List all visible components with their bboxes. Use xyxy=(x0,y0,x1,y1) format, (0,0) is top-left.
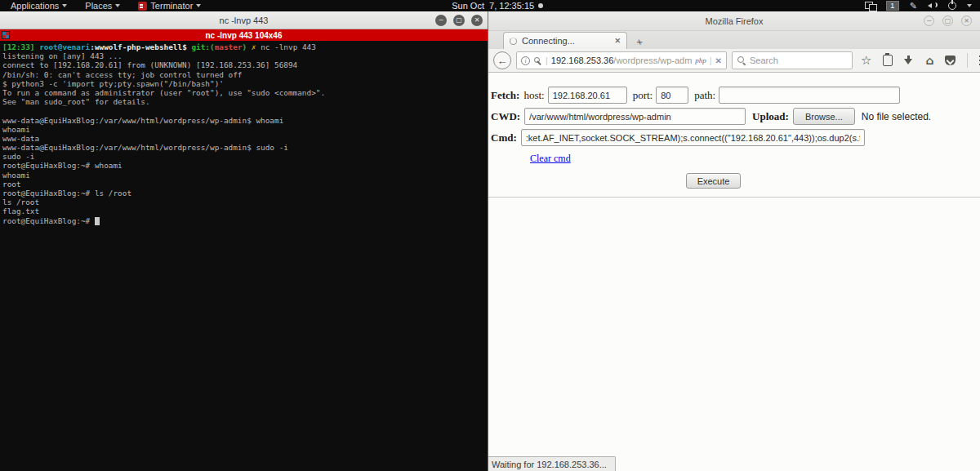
terminal-line: See "man sudo_root" for details. xyxy=(2,97,485,106)
terminal-output[interactable]: [12:33] root@venari:wwwolf-php-webshell$… xyxy=(0,41,488,227)
divider: | xyxy=(710,56,712,65)
caret-down-icon xyxy=(115,4,120,7)
minimize-button[interactable]: − xyxy=(435,15,447,26)
port-label: port: xyxy=(633,89,653,102)
terminal-line: www-data xyxy=(2,134,485,143)
tab-close-icon[interactable]: ✕ xyxy=(614,37,621,45)
terminal-line: connect to [192.168.20.61] from (UNKNOWN… xyxy=(2,60,485,69)
panel-menus: Applications Places Terminator xyxy=(0,0,208,11)
home-icon[interactable]: ⌂ xyxy=(925,55,933,66)
fetch-host-input[interactable] xyxy=(548,87,627,104)
url-text[interactable]: 192.168.253.36/wordpress/wp-admin/webshe… xyxy=(551,56,692,65)
webshell-form: Fetch: host: port: path: CWD: Upload: Br… xyxy=(488,73,980,198)
applications-menu-label: Applications xyxy=(11,1,59,11)
applications-menu[interactable]: Applications xyxy=(3,0,74,11)
terminal-line: www-data@EquiHaxBlog:/var/www/html/wordp… xyxy=(2,116,485,125)
cmd-input[interactable] xyxy=(521,129,865,146)
key-icon[interactable] xyxy=(533,56,542,65)
terminator-menu[interactable]: Terminator xyxy=(131,0,208,11)
terminal-window-controls: − ▢ ✕ xyxy=(435,15,488,26)
terminal-line: www-data@EquiHaxBlog:/var/www/html/wordp… xyxy=(2,143,485,152)
site-info-icon[interactable]: i xyxy=(521,56,530,65)
places-menu[interactable]: Places xyxy=(78,0,127,11)
divider xyxy=(967,53,968,68)
host-label: host: xyxy=(523,89,544,102)
url-bar[interactable]: i | 192.168.253.36/wordpress/wp-admin/we… xyxy=(516,51,727,69)
volume-icon[interactable] xyxy=(928,2,938,10)
caret-down-icon[interactable] xyxy=(967,4,972,7)
new-tab-button[interactable]: + xyxy=(626,34,653,49)
no-file-text: No file selected. xyxy=(862,111,931,122)
tab-title: Connecting... xyxy=(522,36,575,46)
fetch-row: Fetch: host: port: path: xyxy=(491,87,977,104)
terminal-line: [12:33] root@venari:wwwolf-php-webshell$… xyxy=(2,42,485,51)
close-button[interactable]: ✕ xyxy=(471,15,483,26)
search-bar[interactable]: Search xyxy=(732,51,853,69)
pen-icon[interactable]: ✎ xyxy=(910,1,917,11)
terminal-line: To run a command as administrator (user … xyxy=(2,88,485,97)
url-path: /wordpress/wp-admin/webshell.php xyxy=(613,56,692,65)
execute-button[interactable]: Execute xyxy=(686,173,742,189)
maximize-button[interactable]: ▢ xyxy=(453,15,465,26)
firefox-titlebar[interactable]: Mozilla Firefox − ▢ ✕ xyxy=(488,11,980,31)
maximize-button[interactable]: ▢ xyxy=(942,16,953,26)
terminal-line: whoami xyxy=(2,125,485,134)
stop-loading-icon[interactable]: ✕ xyxy=(715,56,722,65)
caret-down-icon xyxy=(62,4,67,7)
close-button[interactable]: ✕ xyxy=(961,16,972,26)
bookmark-star-icon[interactable]: ☆ xyxy=(861,53,871,68)
firefox-window-title: Mozilla Firefox xyxy=(488,16,980,26)
loading-spinner-icon xyxy=(510,38,517,45)
minimize-button[interactable]: − xyxy=(924,16,934,26)
cmd-row: Cmd: xyxy=(491,129,977,146)
bookmarks-clipboard-icon[interactable] xyxy=(883,55,893,66)
caret-down-icon xyxy=(196,4,201,7)
firefox-window: Mozilla Firefox − ▢ ✕ Connecting... ✕ + … xyxy=(488,11,980,471)
cwd-input[interactable] xyxy=(524,108,746,125)
back-button[interactable]: ← xyxy=(493,51,511,69)
workspace-indicator[interactable]: 1 xyxy=(886,1,899,11)
terminal-cursor xyxy=(95,217,100,225)
terminal-line: ls /root xyxy=(2,198,485,207)
cmd-label: Cmd: xyxy=(491,131,517,144)
fetch-path-input[interactable] xyxy=(719,87,900,104)
places-menu-label: Places xyxy=(85,1,112,11)
php-autocomplete-badge: php xyxy=(695,56,706,64)
path-label: path: xyxy=(694,89,715,102)
power-icon[interactable] xyxy=(948,2,956,10)
upload-label: Upload: xyxy=(752,110,789,123)
terminal-line: $ python3 -c 'import pty;pty.spawn("/bin… xyxy=(2,79,485,88)
terminal-titlebar[interactable]: nc -lnvp 443 − ▢ ✕ xyxy=(0,11,488,29)
webshell-page: Fetch: host: port: path: CWD: Upload: Br… xyxy=(488,73,980,471)
navbar-icons: ☆ ⌂ xyxy=(858,53,980,68)
downloads-icon[interactable] xyxy=(904,56,914,65)
search-placeholder: Search xyxy=(750,56,778,65)
screens-icon[interactable] xyxy=(865,2,875,10)
pocket-icon[interactable] xyxy=(945,56,956,65)
execute-row: Execute xyxy=(491,173,936,189)
search-icon xyxy=(737,56,746,64)
terminal-line: sudo -i xyxy=(2,152,485,161)
clear-cmd-link[interactable]: Clear cmd xyxy=(530,153,571,165)
clock[interactable]: Sun Oct 7, 12:35:15 xyxy=(452,1,543,11)
fetch-port-input[interactable] xyxy=(656,87,688,104)
browse-button[interactable]: Browse... xyxy=(793,108,855,125)
terminal-line: whoami xyxy=(2,171,485,180)
terminal-line: root@EquiHaxBlog:~# ls /root xyxy=(2,189,485,198)
divider: | xyxy=(546,56,548,65)
terminal-line: listening on [any] 443 ... xyxy=(2,51,485,60)
terminal-window-title: nc -lnvp 443 xyxy=(0,16,488,25)
terminal-tab-bar[interactable]: nc -lnvp 443 104x46 xyxy=(0,29,488,41)
fetch-label: Fetch: xyxy=(491,89,519,102)
terminal-line: /bin/sh: 0: can't access tty; job contro… xyxy=(2,70,485,79)
firefox-tab-bar: Connecting... ✕ + xyxy=(488,31,980,49)
terminal-line xyxy=(2,106,485,115)
system-tray: 1 ✎ xyxy=(865,1,980,11)
firefox-window-controls: − ▢ ✕ xyxy=(924,16,980,26)
terminator-menu-label: Terminator xyxy=(150,1,193,11)
cwd-row: CWD: Upload: Browse... No file selected. xyxy=(491,108,977,125)
desktop: Applications Places Terminator Sun Oct 7… xyxy=(0,0,980,471)
clock-text: Sun Oct 7, 12:35:15 xyxy=(452,1,534,11)
tab-connecting[interactable]: Connecting... ✕ xyxy=(503,32,627,49)
firefox-navbar: ← i | 192.168.253.36/wordpress/wp-admin/… xyxy=(488,49,980,73)
